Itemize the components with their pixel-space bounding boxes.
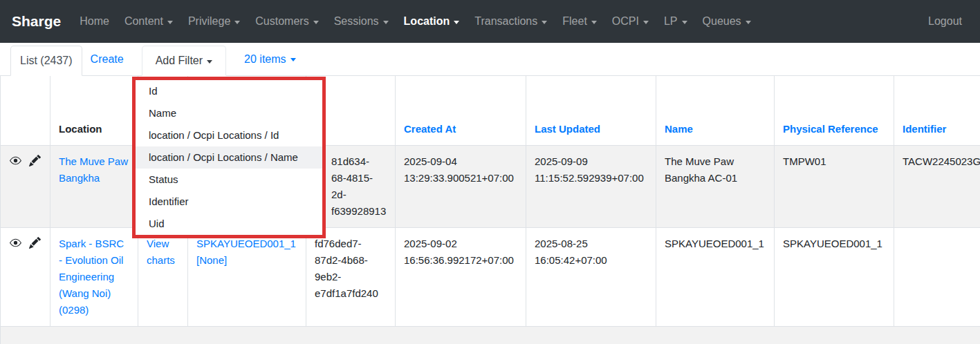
name-cell: The Muve Paw Bangkha AC-01 — [656, 145, 775, 227]
identifier-cell — [894, 227, 980, 326]
chevron-down-icon — [207, 60, 212, 64]
nav-item-sessions[interactable]: Sessions — [326, 15, 396, 28]
chevron-down-icon — [542, 21, 547, 24]
table-row — [1, 326, 980, 344]
location-cell: The Muve Paw Bangkha — [50, 145, 138, 227]
logout-link[interactable]: Logout — [928, 15, 962, 28]
uuid-cell: fd76ded7-87d2-4b68-9eb2-e7df1a7fd240 — [306, 227, 396, 326]
row-actions-cell — [1, 227, 50, 326]
charts-cell: View charts — [138, 227, 188, 326]
filter-option-ocpi-locations-id[interactable]: location / Ocpi Locations / Id — [136, 124, 322, 146]
identifier-cell: TACW2245023G — [894, 145, 980, 227]
physical-reference-cell: SPKAYUEOED001_1 — [775, 227, 894, 326]
col-header-location: Location — [50, 76, 138, 145]
nav-item-queues[interactable]: Queues — [695, 15, 759, 28]
id-cell: SPKAYUEOED001_1 [None] — [188, 227, 306, 326]
col-header-actions — [1, 76, 50, 145]
chevron-down-icon — [290, 58, 296, 61]
brand-logo[interactable]: Sharge — [12, 13, 61, 30]
list-content: Id Name location / Ocpi Locations / Id l… — [0, 76, 980, 344]
add-filter-dropdown-toggle[interactable]: Add Filter — [142, 46, 226, 76]
col-header-last-updated[interactable]: Last Updated — [526, 76, 656, 145]
chevron-down-icon — [234, 21, 240, 24]
created-at-cell: 2025-09-04 13:29:33.900521+07:00 — [396, 145, 526, 227]
eye-icon[interactable] — [10, 236, 21, 252]
chevron-down-icon — [682, 21, 687, 24]
nav-item-home[interactable]: Home — [72, 15, 117, 28]
nav-item-transactions[interactable]: Transactions — [467, 15, 555, 28]
chevron-down-icon — [313, 21, 319, 24]
created-at-cell: 2025-09-02 16:56:36.992172+07:00 — [396, 227, 526, 326]
physical-reference-cell: TMPW01 — [775, 145, 894, 227]
location-link[interactable]: The Muve Paw Bangkha — [59, 155, 128, 184]
partial-next-row — [1, 326, 980, 344]
top-navbar: Sharge Home Content Privilege Customers … — [0, 0, 980, 43]
nav-item-customers[interactable]: Customers — [248, 15, 326, 28]
view-charts-link[interactable]: View charts — [147, 238, 175, 266]
last-updated-cell: 2025-09-09 11:15:52.592939+07:00 — [526, 145, 656, 227]
chevron-down-icon — [167, 21, 173, 24]
chevron-down-icon — [591, 21, 597, 24]
filter-option-ocpi-locations-name[interactable]: location / Ocpi Locations / Name — [136, 146, 322, 169]
nav-item-ocpi[interactable]: OCPI — [604, 15, 656, 28]
chevron-down-icon — [643, 21, 649, 24]
col-header-physical-reference[interactable]: Physical Reference — [775, 76, 894, 145]
tab-create[interactable]: Create — [82, 43, 132, 75]
name-cell: SPKAYUEOED001_1 — [656, 227, 775, 326]
filter-option-status[interactable]: Status — [136, 169, 322, 191]
main-menu: Home Content Privilege Customers Session… — [72, 15, 758, 28]
eye-icon[interactable] — [10, 153, 21, 170]
col-header-name[interactable]: Name — [656, 76, 775, 145]
filter-option-id[interactable]: Id — [136, 80, 322, 102]
last-updated-cell: 2025-08-25 16:05:42+07:00 — [526, 227, 656, 326]
table-row: Spark - BSRC - Evolution Oil Engineering… — [1, 227, 980, 326]
chevron-down-icon — [383, 21, 389, 24]
nav-item-fleet[interactable]: Fleet — [555, 15, 604, 28]
tab-bar: List (2437) Create Add Filter 20 items — [0, 43, 980, 76]
location-cell: Spark - BSRC - Evolution Oil Engineering… — [50, 227, 138, 326]
pencil-icon[interactable] — [29, 153, 41, 170]
add-filter-menu annotation-rectangle: Id Name location / Ocpi Locations / Id l… — [132, 77, 326, 238]
nav-item-location[interactable]: Location — [396, 15, 468, 28]
chevron-down-icon — [746, 21, 751, 24]
page-size-dropdown-toggle[interactable]: 20 items — [236, 43, 304, 75]
id-link[interactable]: SPKAYUEOED001_1 [None] — [196, 238, 296, 266]
tab-list[interactable]: List (2437) — [10, 46, 82, 76]
filter-option-name[interactable]: Name — [136, 102, 322, 124]
nav-item-privilege[interactable]: Privilege — [181, 15, 248, 28]
filter-option-uid[interactable]: Uid — [136, 213, 322, 235]
nav-item-lp[interactable]: LP — [656, 15, 695, 28]
col-header-created-at[interactable]: Created At — [396, 76, 526, 145]
row-actions-cell — [1, 145, 50, 227]
nav-item-content[interactable]: Content — [117, 15, 181, 28]
col-header-identifier[interactable]: Identifier — [894, 76, 980, 145]
filter-option-identifier[interactable]: Identifier — [136, 191, 322, 213]
location-link[interactable]: Spark - BSRC - Evolution Oil Engineering… — [59, 238, 124, 316]
chevron-down-icon — [454, 21, 459, 24]
pencil-icon[interactable] — [29, 236, 41, 252]
